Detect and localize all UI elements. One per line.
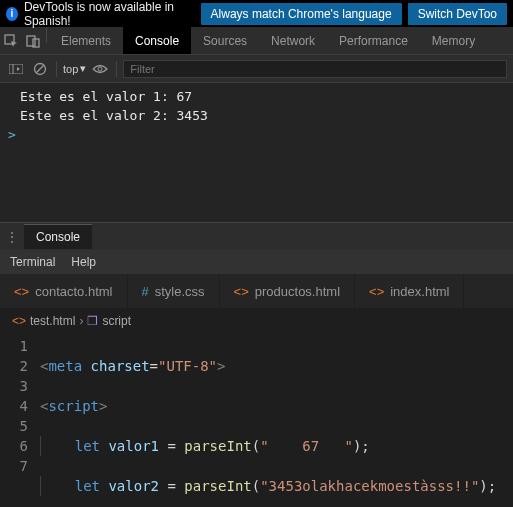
inspect-icon[interactable]	[0, 27, 22, 54]
drawer-tab-console[interactable]: Console	[24, 224, 92, 249]
chevron-right-icon: ›	[79, 314, 83, 328]
eye-icon[interactable]	[90, 59, 110, 79]
html-icon: <>	[234, 284, 249, 299]
editor-tab-contacto[interactable]: <>contacto.html	[0, 274, 128, 308]
devtools-tab-bar: Elements Console Sources Network Perform…	[0, 27, 513, 55]
match-language-button[interactable]: Always match Chrome's language	[201, 3, 402, 25]
tab-elements[interactable]: Elements	[49, 27, 123, 54]
svg-line-6	[36, 65, 44, 73]
drawer-bar: ⋮ Console	[0, 222, 513, 250]
editor-tab-productos[interactable]: <>productos.html	[220, 274, 355, 308]
breadcrumb-node: script	[102, 314, 131, 328]
svg-rect-1	[27, 36, 35, 46]
context-selector[interactable]: top ▾	[63, 62, 86, 75]
console-toolbar: top ▾	[0, 55, 513, 83]
line-gutter: 1234567	[0, 333, 40, 483]
tab-memory[interactable]: Memory	[420, 27, 487, 54]
code-body[interactable]: <meta charset="UTF-8"> <script> let valo…	[40, 333, 496, 483]
console-log-line: Este es el valor 1: 67	[0, 87, 513, 106]
chevron-down-icon: ▾	[80, 62, 86, 75]
script-icon: ❐	[87, 314, 98, 328]
console-output: Este es el valor 1: 67 Este es el valor …	[0, 83, 513, 222]
info-icon: i	[6, 7, 18, 21]
device-toggle-icon[interactable]	[22, 27, 44, 54]
switch-devtools-button[interactable]: Switch DevToo	[408, 3, 507, 25]
svg-rect-3	[9, 64, 23, 74]
filter-input[interactable]	[123, 60, 507, 78]
html-icon: <>	[14, 284, 29, 299]
tab-performance[interactable]: Performance	[327, 27, 420, 54]
html-icon: <>	[12, 314, 26, 328]
tab-network[interactable]: Network	[259, 27, 327, 54]
editor-tab-style[interactable]: #style.css	[128, 274, 220, 308]
menu-terminal[interactable]: Terminal	[10, 255, 55, 269]
console-log-line: Este es el valor 2: 3453	[0, 106, 513, 125]
svg-point-7	[98, 67, 102, 71]
code-editor[interactable]: 1234567 <meta charset="UTF-8"> <script> …	[0, 333, 513, 483]
menu-help[interactable]: Help	[71, 255, 96, 269]
info-banner: i DevTools is now available in Spanish! …	[0, 0, 513, 27]
drawer-menu-icon[interactable]: ⋮	[0, 230, 24, 244]
separator	[46, 27, 47, 43]
breadcrumb[interactable]: <> test.html › ❐ script	[0, 309, 513, 333]
html-icon: <>	[369, 284, 384, 299]
editor-tab-index[interactable]: <>index.html	[355, 274, 464, 308]
tab-console[interactable]: Console	[123, 27, 191, 54]
separator	[116, 61, 117, 77]
tab-sources[interactable]: Sources	[191, 27, 259, 54]
editor-tab-bar: <>contacto.html #style.css <>productos.h…	[0, 274, 513, 309]
vscode-menu-bar: Terminal Help	[0, 250, 513, 274]
toggle-sidebar-icon[interactable]	[6, 59, 26, 79]
css-icon: #	[142, 284, 149, 299]
console-prompt[interactable]: >	[0, 125, 513, 144]
banner-text: DevTools is now available in Spanish!	[24, 0, 195, 28]
breadcrumb-file: test.html	[30, 314, 75, 328]
separator	[56, 61, 57, 77]
clear-console-icon[interactable]	[30, 59, 50, 79]
